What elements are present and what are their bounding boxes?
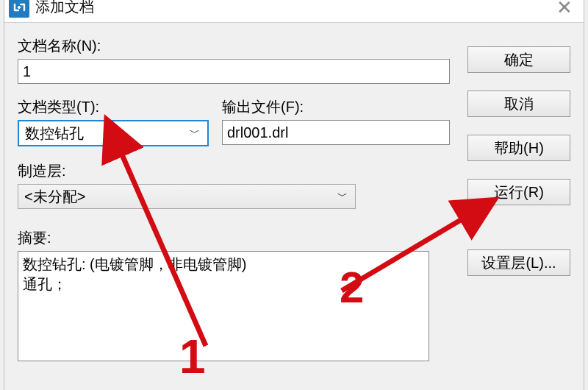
titlebar: 添加文档 ✕ — [4, 0, 584, 23]
main-column: 文档名称(N): 文档类型(T): 数控钻孔 ﹀ 输出文件(F): 制造层: — [18, 36, 450, 361]
run-button[interactable]: 运行(R) — [467, 179, 570, 205]
close-button[interactable]: ✕ — [545, 0, 584, 23]
help-button-label: 帮助(H) — [494, 138, 544, 158]
doc-type-combo[interactable]: 数控钻孔 ﹀ — [18, 120, 209, 146]
cancel-button[interactable]: 取消 — [467, 91, 570, 117]
doc-type-value: 数控钻孔 — [25, 124, 84, 143]
help-button[interactable]: 帮助(H) — [467, 135, 570, 161]
run-button-label: 运行(R) — [494, 182, 544, 202]
mfg-layer-value: <未分配> — [24, 187, 85, 207]
button-column: 确定 取消 帮助(H) 运行(R) 设置层(L)... — [467, 36, 570, 361]
summary-textarea[interactable]: 数控钻孔: (电镀管脚，非电镀管脚) 通孔； — [18, 251, 429, 361]
cancel-button-label: 取消 — [504, 94, 534, 114]
type-output-row: 文档类型(T): 数控钻孔 ﹀ 输出文件(F): — [18, 97, 450, 146]
mfg-layer-combo[interactable]: <未分配> ﹀ — [18, 184, 356, 209]
mfg-layer-row: 制造层: <未分配> ﹀ — [18, 161, 450, 209]
chevron-down-icon: ﹀ — [337, 190, 348, 203]
ok-button[interactable]: 确定 — [467, 46, 570, 73]
chevron-down-icon: ﹀ — [190, 127, 200, 140]
output-file-label: 输出文件(F): — [222, 97, 450, 117]
set-layer-button[interactable]: 设置层(L)... — [467, 249, 570, 276]
close-icon: ✕ — [556, 0, 573, 19]
ok-button-label: 确定 — [504, 50, 534, 70]
dialog-content: 文档名称(N): 文档类型(T): 数控钻孔 ﹀ 输出文件(F): 制造层: — [4, 23, 584, 375]
doc-name-label: 文档名称(N): — [18, 36, 450, 56]
doc-type-label: 文档类型(T): — [18, 97, 209, 117]
summary-row: 摘要: 数控钻孔: (电镀管脚，非电镀管脚) 通孔； — [18, 228, 450, 361]
set-layer-button-label: 设置层(L)... — [481, 253, 556, 273]
output-file-input[interactable] — [222, 120, 450, 145]
doc-name-input[interactable] — [18, 59, 450, 84]
window-title: 添加文档 — [35, 0, 94, 17]
summary-label: 摘要: — [18, 228, 450, 248]
dialog-add-document: 添加文档 ✕ 文档名称(N): 文档类型(T): 数控钻孔 ﹀ 输出文件(F): — [4, 0, 584, 390]
mfg-layer-label: 制造层: — [18, 161, 450, 181]
app-icon — [9, 0, 29, 18]
